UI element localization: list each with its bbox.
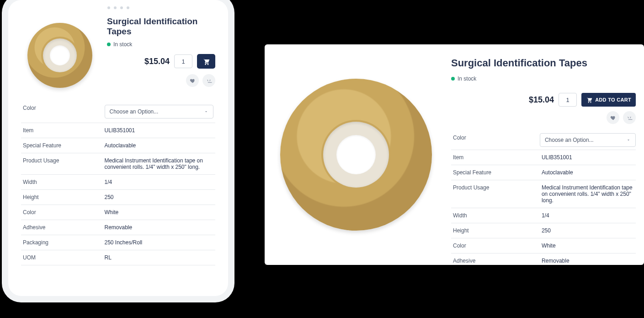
stock-status: In stock (107, 41, 215, 48)
spec-row: ItemULIB351001 (451, 150, 636, 165)
spec-row: Width1/4 (21, 175, 215, 190)
tablet-mock: Surgical Identification Tapes In stock $… (8, 0, 228, 296)
spec-row: Width1/4 (451, 208, 636, 223)
spec-value: ULIB351001 (540, 150, 636, 165)
spec-label: Height (21, 190, 103, 205)
spec-row: ItemULIB351001 (21, 123, 215, 138)
spec-row: ColorChoose an Option... (451, 130, 636, 150)
stock-status-label: In stock (458, 75, 476, 82)
spec-value: Removable (540, 253, 636, 265)
wishlist-button[interactable] (186, 74, 199, 87)
compare-button[interactable] (623, 111, 636, 124)
spec-label: Product Usage (21, 153, 103, 175)
quantity-stepper[interactable]: 1 (559, 93, 577, 107)
spec-label: Item (451, 150, 540, 165)
product-image (265, 44, 447, 265)
spec-row: ColorChoose an Option... (21, 101, 215, 123)
product-title: Surgical Identification Tapes (107, 16, 215, 37)
add-to-cart-label: ADD TO CART (595, 97, 631, 102)
spec-label: Adhesive (21, 220, 103, 235)
color-select[interactable]: Choose an Option... (105, 105, 214, 119)
spec-label: Color (451, 130, 540, 150)
spec-value: 250 (103, 190, 216, 205)
spec-value: 1/4 (540, 208, 636, 223)
spec-value: 250 Inches/Roll (103, 235, 216, 250)
add-to-cart-button[interactable] (197, 54, 215, 69)
heart-icon (190, 78, 196, 84)
price: $15.04 (144, 57, 170, 66)
product-title: Surgical Identification Tapes (451, 57, 636, 69)
color-select-placeholder: Choose an Option... (545, 137, 594, 143)
spec-row: Product UsageMedical Instrument Identifi… (21, 153, 215, 175)
cart-icon (586, 97, 592, 103)
wishlist-button[interactable] (607, 111, 619, 124)
spec-label: Color (451, 238, 540, 253)
spec-row: Special FeatureAutoclavable (451, 165, 636, 180)
spec-value: 250 (540, 223, 636, 238)
spec-value: 1/4 (103, 175, 216, 190)
spec-label: Item (21, 123, 103, 138)
color-select-placeholder: Choose an Option... (110, 108, 159, 115)
spec-label: Packaging (21, 235, 103, 250)
spec-value: White (540, 238, 636, 253)
spec-row: Product UsageMedical Instrument Identifi… (451, 180, 636, 208)
spec-label: Product Usage (451, 180, 540, 208)
color-select[interactable]: Choose an Option... (540, 133, 636, 147)
spec-label: Width (21, 175, 103, 190)
spec-value: Autoclavable (540, 165, 636, 180)
add-to-cart-button[interactable]: ADD TO CART (581, 93, 636, 107)
spec-row: ColorWhite (451, 238, 636, 253)
spec-value: ULIB351001 (103, 123, 216, 138)
product-image (21, 16, 99, 94)
spec-label: Special Feature (21, 138, 103, 153)
stock-indicator-icon (107, 43, 111, 46)
spec-label: Width (451, 208, 540, 223)
tablet-speaker-dots (107, 6, 129, 9)
spec-value: Removable (103, 220, 216, 235)
spec-value: White (103, 205, 216, 220)
spec-value: Medical Instrument Identification tape o… (103, 153, 216, 175)
spec-table: ColorChoose an Option...ItemULIB351001Sp… (21, 101, 215, 265)
spec-label: Color (21, 101, 103, 123)
spec-label: UOM (21, 250, 103, 265)
stock-status: In stock (451, 75, 636, 82)
spec-row: AdhesiveRemovable (451, 253, 636, 265)
heart-icon (610, 115, 616, 121)
chevron-down-icon (626, 138, 631, 142)
spec-label: Adhesive (451, 253, 540, 265)
spec-label: Color (21, 205, 103, 220)
stock-indicator-icon (451, 77, 455, 81)
spec-table: ColorChoose an Option...ItemULIB351001Sp… (451, 130, 636, 265)
spec-row: UOMRL (21, 250, 215, 265)
spec-row: Height250 (21, 190, 215, 205)
spec-row: Packaging250 Inches/Roll (21, 235, 215, 250)
cart-icon (202, 58, 210, 65)
compare-button[interactable] (202, 74, 215, 87)
scale-icon (627, 115, 633, 121)
spec-value: Autoclavable (103, 138, 216, 153)
stock-status-label: In stock (113, 41, 132, 48)
spec-label: Height (451, 223, 540, 238)
quantity-stepper[interactable]: 1 (174, 54, 192, 68)
spec-label: Special Feature (451, 165, 540, 180)
spec-row: Height250 (451, 223, 636, 238)
spec-row: AdhesiveRemovable (21, 220, 215, 235)
scale-icon (206, 78, 212, 84)
spec-row: Special FeatureAutoclavable (21, 138, 215, 153)
chevron-down-icon (204, 109, 208, 114)
spec-value: Medical Instrument Identification tape o… (540, 180, 636, 208)
desktop-card: Surgical Identification Tapes In stock $… (265, 44, 644, 265)
spec-row: ColorWhite (21, 205, 215, 220)
spec-value: RL (103, 250, 216, 265)
price: $15.04 (529, 95, 554, 105)
